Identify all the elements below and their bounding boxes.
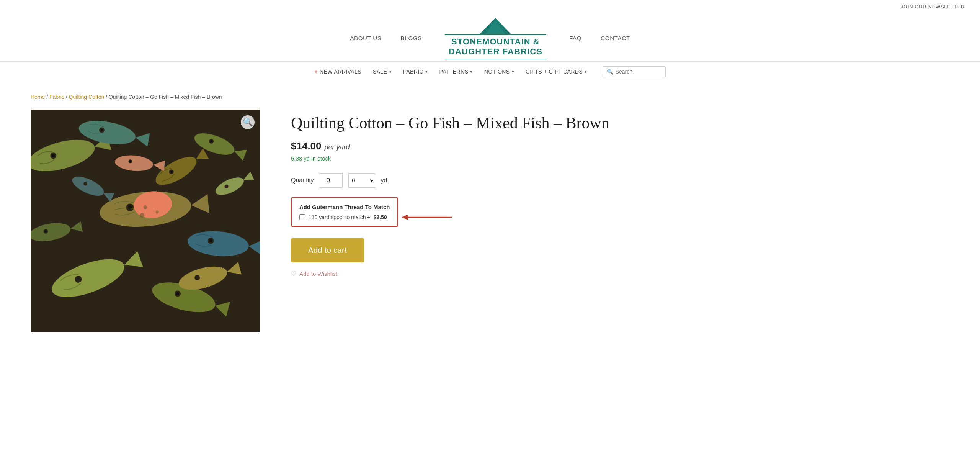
logo-text: STONEMOUNTAIN & DAUGHTER FABRICS — [445, 34, 546, 59]
product-price: $14.00 per yard — [291, 140, 949, 152]
stock-info: 6.38 yd in stock — [291, 155, 949, 162]
header-nav-left: ABOUT US BLOGS — [350, 35, 422, 41]
product-image-svg — [31, 110, 260, 332]
search-input[interactable] — [616, 69, 662, 75]
breadcrumb-home[interactable]: Home — [31, 94, 45, 100]
yard-label: yd — [381, 177, 387, 184]
breadcrumb-fabric[interactable]: Fabric — [49, 94, 64, 100]
newsletter-link[interactable]: JOIN OUR NEWSLETTER — [901, 4, 965, 10]
header: ABOUT US BLOGS STONEMOUNTAIN & DAUGHTER … — [0, 13, 980, 61]
breadcrumb: Home / Fabric / Quilting Cotton / Quilti… — [0, 82, 980, 106]
nav-notions[interactable]: NOTIONS ▾ — [484, 69, 514, 75]
chevron-down-icon: ▾ — [585, 69, 587, 74]
product-image — [31, 110, 260, 332]
nav-about-us[interactable]: ABOUT US — [350, 35, 381, 41]
arrow-annotation — [398, 210, 452, 226]
main-content: 🔍 Quilting Cotton – Go Fish – Mixed Fish… — [0, 106, 980, 347]
thread-upsell-box: Add Gutermann Thread To Match 110 yard s… — [291, 197, 398, 227]
price-per-yard: per yard — [325, 143, 350, 151]
product-image-container: 🔍 — [31, 110, 260, 332]
heart-icon: ♥ — [314, 69, 318, 75]
thread-box-title: Add Gutermann Thread To Match — [299, 204, 390, 210]
breadcrumb-current: Quilting Cotton – Go Fish – Mixed Fish –… — [109, 94, 222, 100]
logo-mountain-icon — [478, 17, 513, 34]
thread-option: 110 yard spool to match + $2.50 — [299, 214, 390, 220]
wishlist-label: Add to Wishlist — [299, 270, 337, 277]
header-nav-right: FAQ CONTACT — [569, 35, 630, 41]
nav-new-arrivals[interactable]: ♥ NEW ARRIVALS — [314, 69, 361, 75]
nav-gifts[interactable]: GIFTS + GIFT CARDS ▾ — [526, 69, 587, 75]
breadcrumb-quilting-cotton[interactable]: Quilting Cotton — [69, 94, 105, 100]
quantity-section: Quantity 0 1/8 1/4 3/8 1/2 5/8 3/4 7/8 y… — [291, 173, 949, 188]
chevron-down-icon: ▾ — [425, 69, 428, 74]
product-title: Quilting Cotton – Go Fish – Mixed Fish –… — [291, 113, 949, 133]
svg-marker-56 — [402, 215, 408, 220]
top-bar: JOIN OUR NEWSLETTER — [0, 0, 980, 13]
nav-bar: ♥ NEW ARRIVALS SALE ▾ FABRIC ▾ PATTERNS … — [0, 61, 980, 82]
quantity-label: Quantity — [291, 177, 314, 184]
thread-option-label: 110 yard spool to match + — [309, 214, 371, 220]
nav-patterns[interactable]: PATTERNS ▾ — [439, 69, 472, 75]
nav-blogs[interactable]: BLOGS — [401, 35, 422, 41]
thread-checkbox[interactable] — [299, 214, 305, 220]
thread-price: $2.50 — [374, 214, 387, 220]
price-value: $14.00 — [291, 140, 322, 152]
nav-faq[interactable]: FAQ — [569, 35, 581, 41]
chevron-down-icon: ▾ — [389, 69, 392, 74]
search-container: 🔍 — [603, 66, 666, 77]
chevron-down-icon: ▾ — [512, 69, 514, 74]
search-icon: 🔍 — [607, 69, 613, 75]
fraction-select[interactable]: 0 1/8 1/4 3/8 1/2 5/8 3/4 7/8 — [348, 173, 375, 188]
chevron-down-icon: ▾ — [470, 69, 472, 74]
nav-contact[interactable]: CONTACT — [601, 35, 630, 41]
quantity-input[interactable] — [320, 173, 343, 188]
wishlist-link[interactable]: ♡ Add to Wishlist — [291, 270, 949, 277]
logo[interactable]: STONEMOUNTAIN & DAUGHTER FABRICS — [445, 17, 546, 59]
nav-sale[interactable]: SALE ▾ — [373, 69, 392, 75]
zoom-icon[interactable]: 🔍 — [241, 115, 255, 129]
product-details: Quilting Cotton – Go Fish – Mixed Fish –… — [291, 110, 949, 332]
nav-fabric[interactable]: FABRIC ▾ — [403, 69, 428, 75]
arrow-svg — [398, 210, 452, 225]
wishlist-heart-icon: ♡ — [291, 270, 296, 277]
add-to-cart-button[interactable]: Add to cart — [291, 238, 364, 262]
